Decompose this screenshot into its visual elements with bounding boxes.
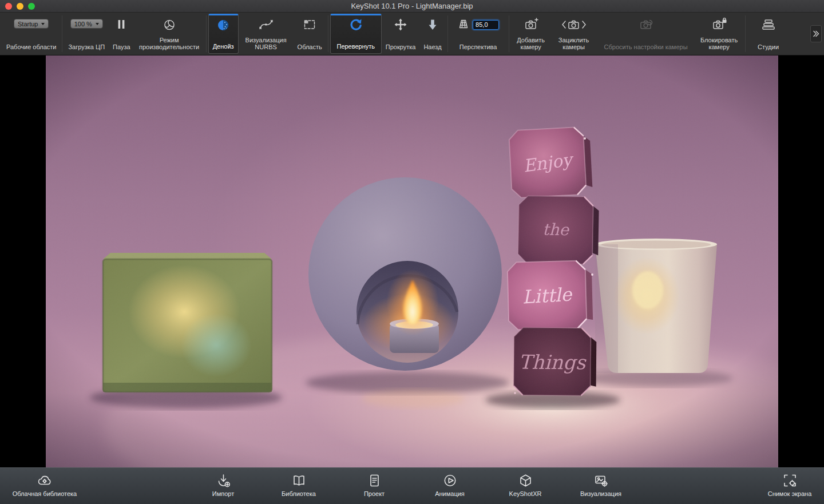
- reset-camera-button[interactable]: Сбросить настройки камеры: [597, 14, 695, 54]
- toolbar-separator: [62, 15, 62, 52]
- performance-mode-button[interactable]: Режим производительности: [134, 14, 204, 54]
- region-render-button[interactable]: Область: [294, 14, 326, 54]
- render-viewport[interactable]: Enjoy the Little: [46, 55, 778, 467]
- dock-item-import[interactable]: Импорт: [191, 473, 255, 497]
- dock-item-keyshotxr[interactable]: KeyShotXR: [493, 473, 557, 497]
- window-title: KeyShot 10.1 Pro - LightManager.bip: [351, 2, 473, 10]
- lock-camera-label: Блокировать камеру: [697, 37, 742, 50]
- screenshot-icon: [782, 473, 798, 489]
- add-camera-label: Добавить камеру: [513, 37, 549, 50]
- traffic-lights: [5, 3, 35, 10]
- perspective-label: Перспектива: [459, 43, 497, 50]
- workspace-value: Startup: [18, 21, 38, 27]
- pause-icon: [116, 17, 127, 32]
- region-icon: [303, 17, 316, 32]
- add-camera-icon: [524, 17, 538, 32]
- workspace-dropdown[interactable]: Startup: [14, 19, 49, 29]
- studios-icon: [762, 17, 775, 32]
- performance-mode-label: Режим производительности: [136, 37, 203, 50]
- keyshotxr-icon: [518, 473, 533, 489]
- denoise-icon: [216, 18, 230, 33]
- dock-item-label: Снимок экрана: [768, 490, 812, 497]
- dock-item-screenshot[interactable]: Снимок экрана: [760, 473, 819, 497]
- render-icon: [593, 473, 609, 489]
- pause-button[interactable]: Пауза: [109, 14, 134, 54]
- cpu-usage-selector[interactable]: 100 % Загрузка ЦП: [64, 14, 109, 54]
- lock-camera-icon: [712, 17, 727, 32]
- toolbar-separator: [745, 15, 746, 52]
- tumble-label: Перевернуть: [336, 43, 375, 50]
- dock-item-library[interactable]: Библиотека: [267, 473, 331, 497]
- reset-camera-icon: [639, 17, 653, 32]
- dock-item-label: Импорт: [212, 490, 234, 497]
- cpu-usage-dropdown[interactable]: 100 %: [70, 19, 103, 29]
- pause-label: Пауза: [113, 43, 130, 50]
- toolbar-separator: [206, 15, 207, 52]
- toolbar-separator: [447, 15, 448, 52]
- project-icon: [367, 473, 382, 489]
- render-stage: Enjoy the Little: [0, 55, 824, 467]
- double-chevron-icon: [812, 30, 820, 38]
- dolly-button[interactable]: Наезд: [419, 14, 445, 54]
- pan-move-icon: [394, 17, 407, 32]
- dock-item-label: KeyShotXR: [509, 490, 542, 497]
- dock-item-animation[interactable]: Анимация: [418, 473, 482, 497]
- nurbs-icon: [259, 17, 274, 32]
- dock-item-label: Проект: [364, 490, 385, 497]
- bottom-ribbon: Облачная библиотека Импорт Библиотека Пр…: [0, 467, 824, 504]
- dock-item-render[interactable]: Визуализация: [569, 473, 633, 497]
- main-toolbar: Startup Рабочие области 100 % Загрузка Ц…: [0, 13, 824, 55]
- cycle-cameras-label: Зациклить камеры: [555, 37, 593, 50]
- zoom-window-button[interactable]: [28, 3, 35, 10]
- toolbar-separator: [509, 15, 509, 52]
- cpu-usage-value: 100 %: [74, 21, 92, 27]
- perspective-control[interactable]: Перспектива: [450, 14, 507, 54]
- cloud-library-icon: [37, 473, 53, 489]
- pan-button[interactable]: Прокрутка: [382, 14, 420, 54]
- pan-label: Прокрутка: [386, 43, 416, 50]
- close-window-button[interactable]: [5, 3, 12, 10]
- render-scene: Enjoy the Little: [46, 55, 778, 467]
- add-camera-button[interactable]: Добавить камеру: [511, 14, 551, 54]
- titlebar: KeyShot 10.1 Pro - LightManager.bip: [0, 0, 824, 13]
- chevron-down-icon: [41, 23, 45, 27]
- lock-camera-button[interactable]: Блокировать камеру: [695, 14, 743, 54]
- region-label: Область: [298, 43, 322, 50]
- minimize-window-button[interactable]: [17, 3, 23, 10]
- workspace-selector[interactable]: Startup Рабочие области: [2, 14, 60, 54]
- library-icon: [291, 473, 307, 489]
- dock-item-label: Визуализация: [580, 490, 621, 497]
- animation-icon: [442, 473, 458, 489]
- dolly-label: Наезд: [423, 43, 441, 50]
- performance-mode-icon: [163, 17, 176, 32]
- cycle-cameras-button[interactable]: Зациклить камеры: [551, 14, 597, 54]
- dock-center-group: Импорт Библиотека Проект Анимация: [191, 473, 633, 497]
- tumble-rotate-icon: [348, 18, 363, 33]
- nurbs-label: Визуализация NURBS: [241, 37, 291, 50]
- dock-item-project[interactable]: Проект: [342, 473, 406, 497]
- nurbs-rendering-button[interactable]: Визуализация NURBS: [239, 14, 294, 54]
- studios-label: Студии: [758, 43, 779, 50]
- reset-camera-label: Сбросить настройки камеры: [604, 43, 688, 50]
- toolbar-overflow-button[interactable]: [810, 25, 822, 42]
- import-icon: [216, 473, 231, 489]
- toolbar-separator: [328, 15, 328, 52]
- studios-button[interactable]: Студии: [747, 14, 790, 54]
- cpu-usage-label: Загрузка ЦП: [68, 43, 105, 50]
- app-window: KeyShot 10.1 Pro - LightManager.bip Star…: [0, 0, 824, 504]
- perspective-input[interactable]: [473, 20, 499, 30]
- dock-item-label: Облачная библиотека: [13, 490, 77, 497]
- chevron-down-icon: [96, 23, 99, 27]
- denoise-label: Денойз: [213, 43, 234, 50]
- perspective-icon: [457, 18, 470, 31]
- cycle-cameras-icon: [560, 17, 588, 32]
- dolly-arrow-icon: [427, 17, 438, 32]
- workspace-label: Рабочие области: [6, 43, 56, 50]
- dock-item-cloud-library[interactable]: Облачная библиотека: [6, 473, 84, 497]
- dock-item-label: Библиотека: [282, 490, 316, 497]
- denoise-button[interactable]: Денойз: [208, 14, 239, 54]
- tumble-button[interactable]: Перевернуть: [330, 14, 382, 54]
- dock-item-label: Анимация: [435, 490, 465, 497]
